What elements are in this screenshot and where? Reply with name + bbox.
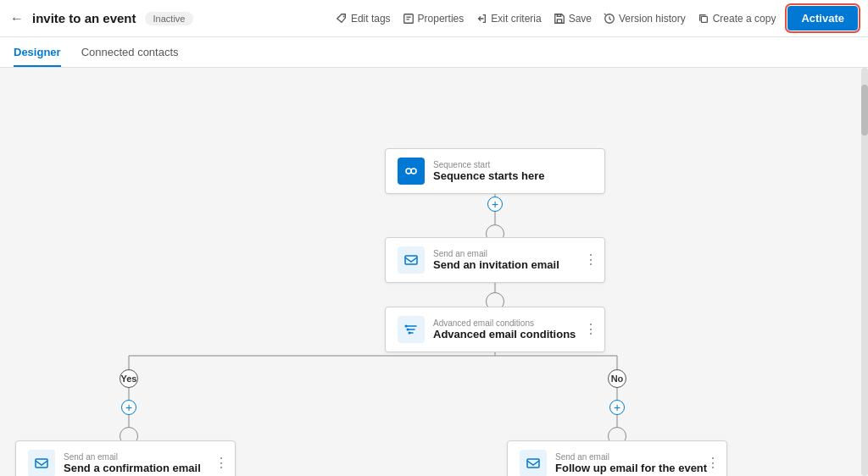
svg-point-29 bbox=[411, 169, 416, 174]
node-menu-yes[interactable]: ⋮ bbox=[214, 457, 228, 470]
save-icon bbox=[554, 13, 565, 25]
tab-designer[interactable]: Designer bbox=[14, 46, 61, 67]
svg-point-32 bbox=[407, 329, 409, 331]
svg-point-28 bbox=[406, 169, 411, 174]
history-icon bbox=[604, 13, 615, 25]
sequence-start-node: Sequence start Sequence starts here bbox=[385, 148, 605, 194]
page-title: invite to an event bbox=[32, 11, 136, 25]
save-button[interactable]: Save bbox=[554, 13, 592, 25]
svg-rect-5 bbox=[557, 14, 560, 16]
exit-criteria-button[interactable]: Exit criteria bbox=[476, 13, 541, 25]
canvas: Sequence start Sequence starts here + Se… bbox=[0, 68, 868, 476]
svg-rect-1 bbox=[403, 14, 413, 23]
svg-point-0 bbox=[343, 15, 345, 17]
svg-rect-30 bbox=[405, 256, 417, 264]
svg-rect-34 bbox=[36, 459, 47, 468]
svg-point-31 bbox=[405, 325, 408, 328]
no-branch-label: No bbox=[608, 369, 626, 388]
conditions-icon-1 bbox=[398, 316, 425, 343]
header-actions: Edit tags Properties Exit criteria Save … bbox=[336, 6, 858, 30]
properties-button[interactable]: Properties bbox=[403, 13, 465, 25]
sequence-start-icon bbox=[398, 158, 425, 185]
back-button[interactable]: ← bbox=[10, 11, 24, 26]
properties-icon bbox=[403, 13, 415, 25]
yes-branch-label: Yes bbox=[120, 369, 138, 388]
scrollbar[interactable] bbox=[861, 68, 868, 476]
copy-icon bbox=[698, 13, 709, 25]
header: ← invite to an event Inactive Edit tags … bbox=[0, 0, 868, 37]
email-icon-no bbox=[520, 450, 547, 476]
email-icon-yes bbox=[28, 450, 55, 476]
nav-tabs: Designer Connected contacts bbox=[0, 37, 868, 68]
add-step-button-1[interactable]: + bbox=[487, 196, 503, 212]
followup-email-node: Send an email Follow up email for the ev… bbox=[507, 440, 727, 476]
svg-point-33 bbox=[409, 332, 411, 335]
add-step-no-button[interactable]: + bbox=[609, 400, 625, 415]
node-menu-1[interactable]: ⋮ bbox=[584, 253, 598, 267]
email-icon-1 bbox=[398, 246, 425, 274]
advanced-conditions-node: Advanced email conditions Advanced email… bbox=[385, 307, 605, 352]
activate-button[interactable]: Activate bbox=[787, 6, 858, 30]
status-badge: Inactive bbox=[145, 12, 194, 25]
send-invitation-node: Send an email Send an invitation email ⋮ bbox=[385, 237, 605, 283]
node-menu-no[interactable]: ⋮ bbox=[706, 457, 720, 470]
tab-connected-contacts[interactable]: Connected contacts bbox=[81, 46, 179, 67]
svg-rect-7 bbox=[701, 16, 707, 22]
exit-icon bbox=[476, 13, 487, 25]
add-step-yes-button[interactable]: + bbox=[121, 400, 136, 415]
svg-rect-35 bbox=[527, 459, 539, 468]
svg-rect-4 bbox=[557, 19, 561, 22]
version-history-button[interactable]: Version history bbox=[604, 13, 686, 25]
tag-icon bbox=[336, 13, 348, 25]
scrollbar-thumb[interactable] bbox=[861, 85, 868, 136]
create-copy-button[interactable]: Create a copy bbox=[698, 13, 776, 25]
edit-tags-button[interactable]: Edit tags bbox=[336, 13, 391, 25]
confirmation-email-node: Send an email Send a confirmation email … bbox=[15, 440, 236, 476]
node-menu-2[interactable]: ⋮ bbox=[584, 323, 598, 336]
